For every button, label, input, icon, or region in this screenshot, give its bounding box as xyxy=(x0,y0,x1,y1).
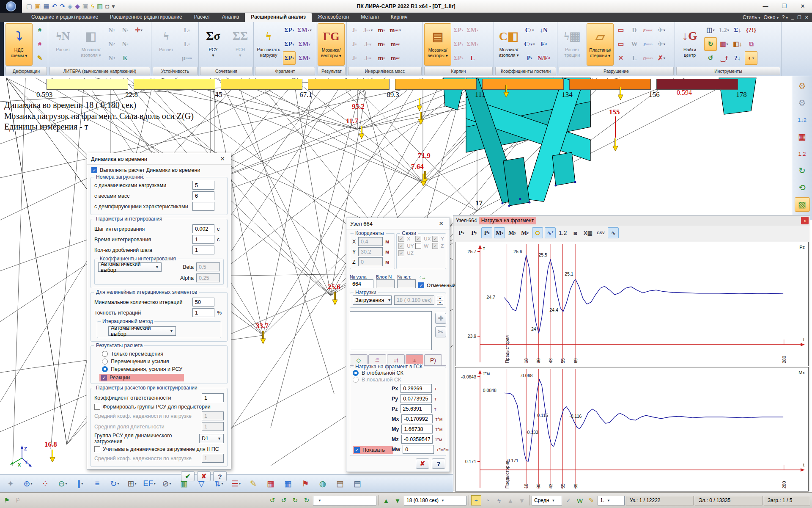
crack-width-icon[interactable]: ▭ xyxy=(614,23,627,37)
scale-refresh2-icon[interactable]: ↺ xyxy=(704,51,717,65)
tie-ux-checkbox[interactable]: ✓ xyxy=(415,236,421,242)
sum-my-icon[interactable]: ΣMy xyxy=(296,37,312,51)
local-cs-radio[interactable] xyxy=(353,377,359,383)
dyn-int-1-input[interactable] xyxy=(192,235,214,244)
close-icon[interactable]: ✕ xyxy=(218,155,227,162)
stability-calc-button[interactable]: ϟРасчет xyxy=(153,23,180,66)
gsk-py-input[interactable] xyxy=(401,394,432,403)
mz-mass-icon[interactable]: mz xyxy=(375,51,388,65)
coord-x-input[interactable] xyxy=(358,237,383,246)
px-curve-button[interactable]: Px xyxy=(456,227,467,238)
soil-mosaic-button[interactable]: C◧Мозаика/изополя ▾ xyxy=(495,23,522,66)
buildings-icon[interactable]: ▤ xyxy=(333,477,347,490)
lightning-gray-icon[interactable]: ϟ xyxy=(494,495,504,505)
dyn-load-1-input[interactable] xyxy=(192,191,214,200)
fd-icon[interactable]: Fd xyxy=(537,37,551,51)
save-csv-icon[interactable]: CSV xyxy=(595,227,606,238)
sum-py-icon[interactable]: ΣPy xyxy=(283,37,296,51)
tab-расширенный-анализ[interactable]: Расширенный анализ xyxy=(245,13,312,22)
dyn-load-ii-checkbox[interactable] xyxy=(94,446,100,452)
py-curve-button[interactable]: Py xyxy=(469,227,480,238)
table-blue-icon[interactable]: ▦ xyxy=(281,477,295,490)
sum-px-icon[interactable]: ΣPx xyxy=(283,23,296,37)
crack-calc-button[interactable]: ϟ▦Расчеттрещин xyxy=(559,23,586,66)
rsu-group-select[interactable]: D1▼ xyxy=(199,434,224,443)
reactions-checkbox[interactable]: ✓ xyxy=(101,375,107,381)
tie-x-checkbox[interactable]: ✓ xyxy=(398,236,404,242)
book-icon[interactable]: ▧ xyxy=(795,197,810,212)
anim-prev-icon[interactable]: ↺ xyxy=(279,495,289,505)
n1-icon[interactable]: N1 xyxy=(105,23,118,37)
down-gray-icon[interactable]: ▼ xyxy=(517,495,527,505)
dyn-nl-0-input[interactable] xyxy=(192,298,214,306)
responsibility-input[interactable] xyxy=(202,393,224,402)
frame-pink-icon[interactable]: # xyxy=(33,37,46,51)
pz-soil-icon[interactable]: Pz xyxy=(523,51,536,65)
pair-nodes-icon[interactable]: ⁖→ xyxy=(418,274,455,280)
mdi-_[interactable]: _ xyxy=(791,15,794,20)
window-frag-icon[interactable]: ⧉ xyxy=(745,37,757,51)
apply-icon[interactable]: ✓ xyxy=(563,495,573,505)
brace-icon[interactable]: {?!} xyxy=(745,23,757,37)
dyn-nl-1-input[interactable] xyxy=(192,308,214,317)
orbit-icon[interactable]: ⊕▾ xyxy=(21,477,35,490)
mode-combo[interactable]: ▼ xyxy=(313,496,376,505)
ok-button[interactable]: ✔ xyxy=(181,471,195,481)
mux-mass-icon[interactable]: mux▾ xyxy=(389,23,402,37)
dyn-load-0-input[interactable] xyxy=(192,181,214,190)
pencil-ruler-icon[interactable]: ✎ xyxy=(33,51,46,65)
brick-sum-px-icon[interactable]: ΣPx xyxy=(452,23,465,37)
coord-y-input[interactable] xyxy=(358,247,383,256)
c1-icon[interactable]: C1▾ xyxy=(523,23,536,37)
stress-axes-icon[interactable]: ✛▾ xyxy=(132,23,145,37)
color-window-icon[interactable]: ◐▾ xyxy=(745,51,757,65)
n-fd-icon[interactable]: N/Fd xyxy=(537,51,551,65)
flash-calc-icon[interactable]: ϟ xyxy=(91,3,94,9)
tie-uz-checkbox[interactable]: ✓ xyxy=(398,250,404,256)
flag-gray-icon[interactable]: ⚐ xyxy=(13,495,23,505)
dyn-int-0-input[interactable] xyxy=(192,224,214,233)
jux-icon[interactable]: Jux▾ xyxy=(362,23,374,37)
gsk-mx-input[interactable] xyxy=(401,414,433,423)
w-brush-icon[interactable]: W xyxy=(575,495,585,505)
flag-green-icon[interactable]: ⚑ xyxy=(2,495,12,505)
plates-bars-button[interactable]: ▱Пластины/стержни ▾ xyxy=(587,23,614,66)
pack-model-icon[interactable]: ◈ xyxy=(68,3,73,9)
quad-down-icon[interactable]: ◧↓ xyxy=(731,37,744,51)
histogram-icon[interactable]: ▥▾ xyxy=(718,37,730,51)
buildings2-icon[interactable]: ▤ xyxy=(350,477,365,490)
tie-z-checkbox[interactable]: ✓ xyxy=(432,243,438,249)
sum-mz-icon[interactable]: ΣMz xyxy=(296,51,312,65)
close-icon[interactable]: x xyxy=(801,217,809,224)
precision-combo[interactable]: 1.▼ xyxy=(598,496,625,505)
iteration-method-select[interactable]: Автоматический выбор▼ xyxy=(108,326,176,336)
rotate-green2-icon[interactable]: ⟲ xyxy=(795,180,810,195)
gear-gray-icon[interactable]: ⚙ xyxy=(795,96,810,110)
globe-table-icon[interactable]: ◍ xyxy=(315,477,330,490)
scale-refresh-icon[interactable]: ↻ xyxy=(704,37,717,51)
table-red-icon[interactable]: ▦ xyxy=(263,477,278,490)
brush-icon[interactable]: ✎ xyxy=(246,477,261,490)
result-mosaic-vectors-button[interactable]: ΓGМозаика/векторы ▾ xyxy=(318,23,345,66)
cancel-button[interactable]: ✘ xyxy=(416,458,429,469)
n3-icon[interactable]: N3 xyxy=(105,51,118,65)
smile-f-icon[interactable]: ‿f xyxy=(718,51,730,65)
anim-first-icon[interactable]: ↺ xyxy=(267,495,277,505)
calc-load-button[interactable]: ϟРассчитатьнагрузку xyxy=(255,23,282,66)
avg-reliability2-input[interactable] xyxy=(202,454,224,463)
two-charts-icon[interactable]: ∿² xyxy=(545,227,556,238)
sum-mx-icon[interactable]: ΣMx▾ xyxy=(296,23,312,37)
tie-uy-checkbox[interactable]: ✓ xyxy=(398,243,404,249)
tab-расчет[interactable]: Расчет xyxy=(188,13,216,22)
menu-Стиль[interactable]: Стиль ▾ xyxy=(743,14,760,20)
avg-reliability-input[interactable] xyxy=(202,411,224,420)
fly-min-icon[interactable]: ✈▾ xyxy=(655,37,668,51)
step-up-icon[interactable]: ▲ xyxy=(381,495,391,505)
mz-curve-button[interactable]: Mz xyxy=(519,227,530,238)
question-down-icon[interactable]: ?↓ xyxy=(731,51,744,65)
ne-icon[interactable]: Ne xyxy=(119,37,132,51)
tab-расширенное-редактирование[interactable]: Расширенное редактирование xyxy=(104,13,188,22)
jz-icon[interactable]: Jz xyxy=(348,51,361,65)
fail-cross-icon[interactable]: ✗▾ xyxy=(655,51,668,65)
step-down-icon[interactable]: ▼ xyxy=(392,495,403,505)
